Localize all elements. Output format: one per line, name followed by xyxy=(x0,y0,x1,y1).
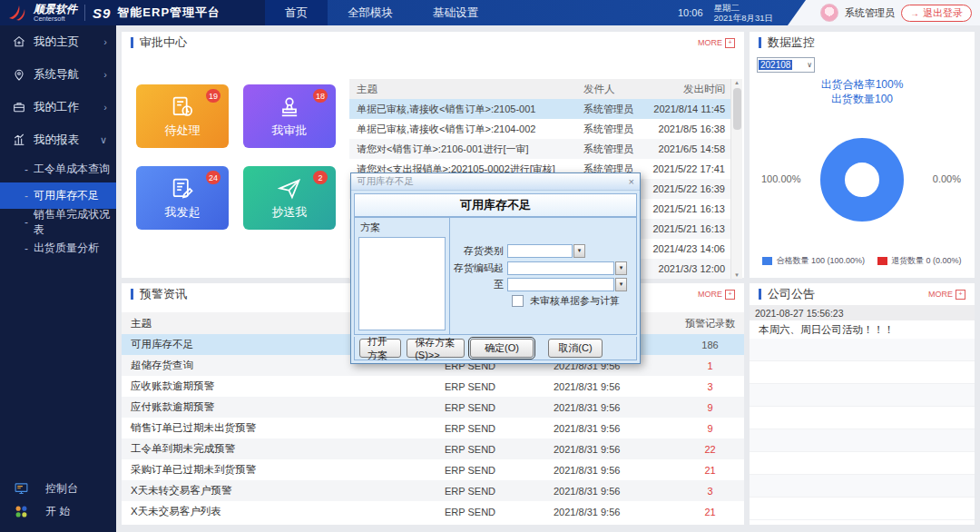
alert-row[interactable]: 应付账款逾期预警 ERP SEND 2021/8/31 9:56 9 xyxy=(122,397,744,418)
donut-chart xyxy=(820,138,904,222)
console-icon xyxy=(14,482,29,496)
sidebar-subitem-sales-completion[interactable]: - 销售单完成状况表 xyxy=(0,209,116,235)
chevron-down-icon: ∨ xyxy=(100,134,107,146)
lookup-dropdown-icon[interactable]: ▾ xyxy=(615,278,627,291)
approval-row[interactable]: 单据已审核,请接收<销售订单>:2105-001 系统管理员 2021/8/14… xyxy=(349,99,730,119)
dialog-header: 可用库存不足 xyxy=(354,193,637,217)
scrollbar-thumb[interactable] xyxy=(733,88,741,130)
more-link[interactable]: MORE + xyxy=(928,290,965,300)
tile-cc-to-me[interactable]: 2 抄送我 xyxy=(243,166,336,230)
sidebar-item-home[interactable]: 我的主页 › xyxy=(0,25,116,58)
alert-row[interactable]: 销售订单已过期未出货预警 ERP SEND 2021/8/31 9:56 9 xyxy=(122,418,744,438)
ok-button[interactable]: 确定(O) xyxy=(470,339,534,358)
tile-pending[interactable]: 19 待处理 xyxy=(136,84,229,148)
scroll-up-icon[interactable]: ▴ xyxy=(735,79,739,86)
pass-rate-stat: 出货合格率100% xyxy=(750,77,975,93)
sidebar: 我的主页 › 系统导航 › 我的工作 › 我的报表 ∨ - 工令单成本查询 xyxy=(0,25,116,532)
scroll-down-icon[interactable]: ▾ xyxy=(735,271,739,279)
announcement-date: 2021-08-27 15:56:23 xyxy=(750,305,975,320)
checkbox[interactable] xyxy=(512,295,524,307)
period-select[interactable]: 202108 ∨ xyxy=(757,57,815,73)
lookup-dropdown-icon[interactable]: ▾ xyxy=(615,261,627,275)
panel-title: 审批中心 xyxy=(140,34,187,51)
alert-row[interactable]: X天未转交易客户预警 ERP SEND 2021/8/31 9:56 3 xyxy=(122,480,744,501)
badge-count: 19 xyxy=(206,89,220,103)
document-clock-icon xyxy=(170,94,195,120)
badge-count: 18 xyxy=(313,89,328,103)
dash-bullet: - xyxy=(24,216,28,229)
more-link[interactable]: MORE + xyxy=(698,290,735,300)
close-icon[interactable]: × xyxy=(629,176,634,187)
bar-chart-icon xyxy=(12,133,26,147)
company-name-en: Centersoft xyxy=(34,15,77,23)
empty-list-row xyxy=(750,361,975,384)
alert-row[interactable]: 工令单到期未完成预警 ERP SEND 2021/8/31 9:56 22 xyxy=(122,438,744,459)
chevron-right-icon: › xyxy=(103,36,107,47)
main-nav: 首页 全部模块 基础设置 xyxy=(265,0,498,25)
panel-title: 公司公告 xyxy=(768,286,815,302)
console-button[interactable]: 控制台 xyxy=(0,478,116,500)
start-button[interactable]: 开 始 xyxy=(0,500,116,523)
stock-category-input[interactable] xyxy=(507,244,573,258)
nav-tab-all-modules[interactable]: 全部模块 xyxy=(328,0,413,25)
empty-list-row xyxy=(750,407,975,429)
avatar[interactable] xyxy=(820,4,838,22)
stock-code-from-input[interactable] xyxy=(507,261,614,275)
chart-legend: 合格数量 100 (100.00%) 退货数量 0 (0.00%) xyxy=(750,255,975,267)
sidebar-item-my-work[interactable]: 我的工作 › xyxy=(0,91,116,123)
divider xyxy=(84,5,85,21)
product-logo: S9 xyxy=(93,5,111,21)
nav-tab-base-settings[interactable]: 基础设置 xyxy=(413,0,498,25)
cancel-button[interactable]: 取消(C) xyxy=(548,339,603,358)
donut-label-left: 100.00% xyxy=(761,173,800,184)
donut-label-right: 0.00% xyxy=(933,173,961,184)
approval-tiles: 19 待处理 18 我审批 24 我发起 xyxy=(136,84,336,230)
announcement-content[interactable]: 本周六、周日公司活动！！！ xyxy=(750,320,975,339)
data-monitor-panel: 数据监控 202108 ∨ 出货合格率100% 出货数量100 100.00% … xyxy=(750,32,975,278)
topbar: 顺景软件 Centersoft S9 智能ERP管理平台 首页 全部模块 基础设… xyxy=(0,0,980,25)
available-stock-dialog: 可用库存不足 × 可用库存不足 方案 存货类别 ▾ 存货编码起 ▾ xyxy=(350,172,641,364)
scrollbar[interactable]: ▴ ▾ xyxy=(730,79,742,279)
stock-code-to-input[interactable] xyxy=(507,278,614,291)
panel-accent-bar xyxy=(759,37,761,48)
panel-title: 预警资讯 xyxy=(140,286,187,302)
start-icon xyxy=(14,505,29,518)
company-name: 顺景软件 xyxy=(34,4,77,15)
product-name: 智能ERP管理平台 xyxy=(117,5,220,21)
alert-row[interactable]: 采购订单已过期未到货预警 ERP SEND 2021/8/31 9:56 21 xyxy=(122,459,744,480)
save-scheme-button[interactable]: 保存方案(S)>> xyxy=(407,339,465,358)
sidebar-item-system-nav[interactable]: 系统导航 › xyxy=(0,58,116,91)
sidebar-subitem-shipment-quality[interactable]: - 出货质量分析 xyxy=(0,235,116,261)
dialog-titlebar[interactable]: 可用库存不足 × xyxy=(351,173,640,191)
sidebar-item-my-reports[interactable]: 我的报表 ∨ xyxy=(0,123,116,156)
more-link[interactable]: MORE + xyxy=(698,38,735,48)
sidebar-subitem-available-stock[interactable]: - 可用库存不足 xyxy=(0,182,116,209)
sidebar-subitem-workorder-cost[interactable]: - 工令单成本查询 xyxy=(0,156,116,182)
empty-list-row xyxy=(750,384,975,407)
stock-category-label: 存货类别 xyxy=(464,244,504,258)
legend-swatch-blue xyxy=(762,257,772,265)
dash-bullet: - xyxy=(24,242,28,255)
more-icon: + xyxy=(956,290,965,300)
approval-row[interactable]: 请您对<销售订单>:2106-001进行[一审] 系统管理员 2021/6/5 … xyxy=(349,139,730,159)
tile-my-approvals[interactable]: 18 我审批 xyxy=(243,84,336,148)
tile-initiated-by-me[interactable]: 24 我发起 xyxy=(136,166,229,230)
lookup-dropdown-icon[interactable]: ▾ xyxy=(573,244,585,258)
scheme-listbox[interactable] xyxy=(358,237,446,330)
brand: 顺景软件 Centersoft S9 智能ERP管理平台 xyxy=(0,0,265,25)
legend-item-pass: 合格数量 100 (100.00%) xyxy=(762,255,865,267)
dash-bullet: - xyxy=(24,163,28,176)
alert-row[interactable]: X天未交易客户列表 ERP SEND 2021/8/31 9:56 21 xyxy=(122,501,744,522)
stamp-icon xyxy=(277,94,302,120)
logout-button[interactable]: → 退出登录 xyxy=(901,5,972,22)
home-icon xyxy=(12,34,26,49)
alert-row[interactable]: 应收账款逾期预警 ERP SEND 2021/8/31 9:56 3 xyxy=(122,376,744,397)
announcement-panel: 公司公告 MORE + 2021-08-27 15:56:23 本周六、周日公司… xyxy=(750,283,975,525)
unaudited-checkbox-row[interactable]: 未审核单据参与计算 xyxy=(512,294,620,308)
open-scheme-button[interactable]: 打开方案 xyxy=(359,339,401,358)
approval-row[interactable]: 单据已审核,请接收<销售订单>:2104-002 系统管理员 2021/8/5 … xyxy=(349,119,730,139)
clock: 10:06 xyxy=(678,7,703,18)
empty-list-row xyxy=(750,475,975,498)
empty-list-row xyxy=(750,339,975,361)
nav-tab-home[interactable]: 首页 xyxy=(265,0,328,25)
